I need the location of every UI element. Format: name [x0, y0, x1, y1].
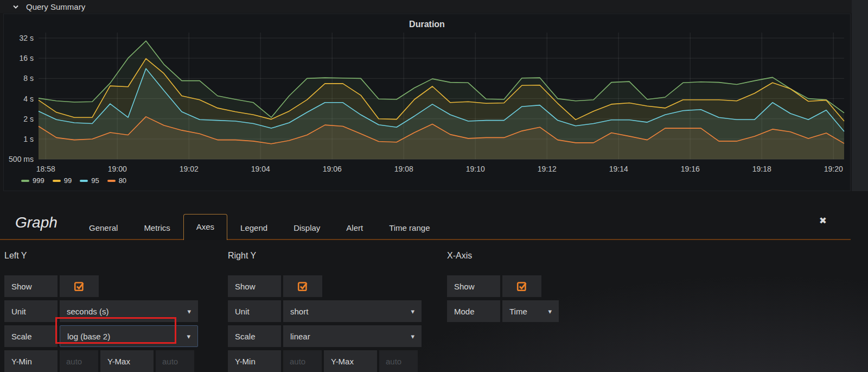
right-y-min-label: Y-Min — [228, 350, 281, 372]
svg-text:4 s: 4 s — [23, 94, 34, 103]
svg-text:19:04: 19:04 — [251, 165, 270, 173]
left-y-min-input[interactable] — [60, 350, 98, 372]
right-y-max-input[interactable] — [379, 350, 418, 372]
duration-panel: 18:5819:0019:0219:0419:0619:0819:1019:12… — [3, 14, 851, 191]
svg-text:19:10: 19:10 — [466, 165, 485, 173]
svg-text:19:14: 19:14 — [609, 165, 628, 173]
svg-text:8 s: 8 s — [23, 74, 34, 83]
legend-item-80[interactable]: 80 — [107, 176, 126, 185]
left-y-scale-label: Scale — [4, 325, 58, 347]
left-y-title: Left Y — [4, 251, 200, 265]
svg-text:19:02: 19:02 — [180, 165, 199, 173]
caret-down-icon: ▾ — [187, 307, 191, 316]
svg-text:19:06: 19:06 — [323, 165, 342, 173]
right-y-section: Right Y Show Unit short ▾ Scale — [228, 251, 423, 372]
caret-down-icon: ▾ — [411, 332, 414, 341]
checkbox-checked-icon — [297, 280, 309, 292]
left-y-section: Left Y Show Unit seconds (s) ▾ Scale — [4, 251, 200, 372]
legend-item-999[interactable]: 999 — [21, 176, 44, 185]
graph-editor: Graph General Metrics Axes Legend Displa… — [0, 191, 868, 372]
legend-label: 999 — [33, 176, 44, 185]
tab-axes[interactable]: Axes — [183, 214, 227, 240]
right-y-show-checkbox[interactable] — [283, 275, 322, 297]
x-axis-show-label: Show — [447, 275, 500, 297]
x-axis-show-checkbox[interactable] — [502, 275, 541, 297]
chevron-down-icon[interactable] — [12, 3, 20, 10]
right-y-scale-label: Scale — [228, 325, 281, 347]
editor-panel-type: Graph — [0, 214, 76, 239]
right-y-max-label: Y-Max — [324, 350, 377, 372]
tab-metrics[interactable]: Metrics — [131, 216, 183, 240]
x-axis-section: X-Axis Show Mode Time ▾ — [447, 251, 610, 325]
left-y-scale-select[interactable]: log (base 2) ▾ — [60, 325, 198, 347]
svg-text:19:18: 19:18 — [752, 165, 771, 173]
left-y-max-input[interactable] — [156, 350, 194, 372]
tab-alert[interactable]: Alert — [333, 216, 376, 240]
svg-text:19:20: 19:20 — [824, 165, 843, 173]
svg-text:19:16: 19:16 — [681, 165, 700, 173]
tab-legend[interactable]: Legend — [227, 216, 280, 240]
svg-text:16 s: 16 s — [20, 54, 34, 62]
legend-item-99[interactable]: 99 — [53, 176, 72, 185]
legend-label: 80 — [119, 176, 126, 185]
right-y-show-label: Show — [228, 275, 281, 297]
x-axis-mode-select[interactable]: Time ▾ — [502, 300, 559, 322]
query-summary-header[interactable]: Query Summary — [0, 0, 868, 13]
legend-swatch — [80, 180, 88, 182]
left-y-unit-label: Unit — [4, 300, 58, 322]
legend-swatch — [107, 180, 116, 182]
left-y-show-label: Show — [4, 275, 58, 297]
svg-text:500 ms: 500 ms — [9, 155, 34, 163]
svg-text:19:12: 19:12 — [538, 165, 557, 173]
close-icon[interactable]: ✖ — [819, 215, 827, 226]
checkbox-checked-icon — [73, 280, 85, 292]
chart-legend: 999999580 — [21, 176, 126, 185]
checkbox-checked-icon — [516, 280, 528, 292]
left-y-unit-select[interactable]: seconds (s) ▾ — [60, 300, 198, 322]
tab-general[interactable]: General — [76, 216, 131, 240]
panel-title: Duration — [4, 20, 850, 29]
right-y-title: Right Y — [228, 251, 423, 265]
query-summary-title: Query Summary — [26, 2, 85, 11]
svg-text:18:58: 18:58 — [36, 165, 55, 173]
svg-text:19:00: 19:00 — [108, 165, 127, 173]
left-y-min-label: Y-Min — [4, 350, 58, 372]
caret-down-icon: ▾ — [548, 307, 552, 316]
legend-item-95[interactable]: 95 — [80, 176, 99, 185]
right-y-unit-label: Unit — [228, 300, 281, 322]
legend-swatch — [21, 180, 29, 182]
svg-text:32 s: 32 s — [20, 34, 34, 42]
caret-down-icon: ▾ — [187, 332, 190, 341]
right-y-unit-select[interactable]: short ▾ — [283, 300, 422, 322]
svg-text:1 s: 1 s — [23, 135, 34, 143]
duration-chart[interactable]: 18:5819:0019:0219:0419:0619:0819:1019:12… — [4, 14, 850, 191]
editor-tabbar: Graph General Metrics Axes Legend Displa… — [0, 206, 851, 240]
svg-text:19:08: 19:08 — [394, 165, 413, 173]
caret-down-icon: ▾ — [411, 307, 414, 316]
x-axis-mode-label: Mode — [447, 300, 500, 322]
left-y-max-label: Y-Max — [100, 350, 154, 372]
legend-label: 95 — [91, 176, 99, 185]
tab-time-range[interactable]: Time range — [376, 216, 443, 240]
legend-swatch — [53, 180, 61, 182]
right-y-min-input[interactable] — [283, 350, 322, 372]
svg-text:2 s: 2 s — [23, 115, 34, 123]
legend-label: 99 — [64, 176, 72, 185]
left-y-show-checkbox[interactable] — [60, 275, 99, 297]
x-axis-title: X-Axis — [447, 251, 610, 265]
tab-display[interactable]: Display — [280, 216, 333, 240]
right-y-scale-select[interactable]: linear ▾ — [283, 325, 422, 347]
editor-tabs: General Metrics Axes Legend Display Aler… — [76, 213, 443, 239]
